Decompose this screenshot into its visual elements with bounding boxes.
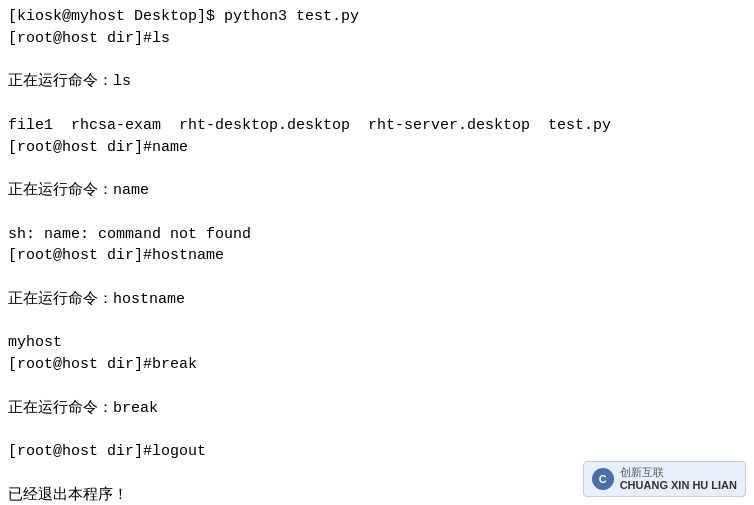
blank-line [8,376,746,398]
terminal-line: file1 rhcsa-exam rht-desktop.desktop rht… [8,115,746,137]
terminal-line: 正在运行命令：name [8,180,746,202]
terminal-line: [root@host dir]#ls [8,28,746,50]
watermark-line1: 创新互联 [620,466,737,479]
blank-line [8,93,746,115]
terminal-line: 正在运行命令：break [8,398,746,420]
blank-line [8,50,746,72]
blank-line [8,311,746,333]
blank-line [8,202,746,224]
terminal-line: [root@host dir]#name [8,137,746,159]
terminal-line: [root@host dir]#break [8,354,746,376]
watermark: C 创新互联 CHUANG XIN HU LIAN [583,461,746,497]
blank-line [8,158,746,180]
terminal-line: myhost [8,332,746,354]
watermark-text-block: 创新互联 CHUANG XIN HU LIAN [620,466,737,492]
terminal-line: [kiosk@myhost Desktop]$ python3 test.py [8,6,746,28]
terminal-window: [kiosk@myhost Desktop]$ python3 test.py … [0,0,754,505]
terminal-line: 正在运行命令：hostname [8,289,746,311]
watermark-logo: C [592,468,614,490]
terminal-content: [kiosk@myhost Desktop]$ python3 test.py … [8,6,746,505]
terminal-line: [root@host dir]#hostname [8,245,746,267]
watermark-logo-letter: C [599,473,607,485]
terminal-line: sh: name: command not found [8,224,746,246]
watermark-line2: CHUANG XIN HU LIAN [620,479,737,492]
terminal-line: 正在运行命令：ls [8,71,746,93]
blank-line [8,267,746,289]
terminal-line: [root@host dir]#logout [8,441,746,463]
blank-line [8,419,746,441]
